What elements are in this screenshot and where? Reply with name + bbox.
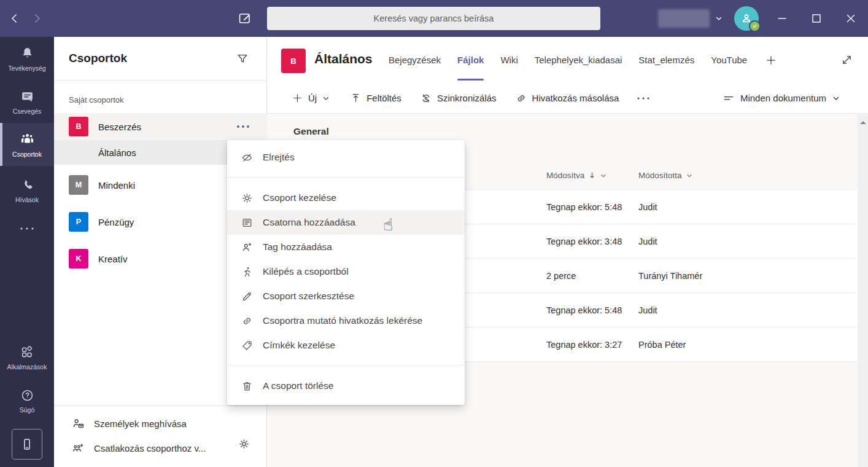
- menu-label: A csoport törlése: [263, 380, 333, 391]
- tab-youtube[interactable]: YouTube: [711, 37, 747, 83]
- rail-label: Alkalmazások: [7, 363, 47, 371]
- copy-link-button[interactable]: Hivatkozás másolása: [515, 92, 619, 104]
- menu-item-edit-team[interactable]: Csoport szerkesztése: [227, 284, 465, 308]
- minimize-button[interactable]: [765, 0, 799, 37]
- column-label: Módosítva: [546, 171, 584, 180]
- trash-icon: [241, 380, 254, 393]
- close-button[interactable]: [834, 0, 868, 37]
- chat-icon: [20, 89, 35, 104]
- menu-item-manage-tags[interactable]: Címkék kezelése: [227, 333, 465, 358]
- expand-tab-button[interactable]: [840, 53, 853, 66]
- team-initial: B: [76, 122, 81, 131]
- more-icon: [236, 125, 250, 128]
- rail-item-apps[interactable]: Alkalmazások: [0, 342, 54, 374]
- channel-team-avatar: B: [281, 49, 306, 73]
- menu-item-delete-team[interactable]: A csoport törlése: [227, 374, 465, 398]
- copy-link-label: Hivatkozás másolása: [532, 93, 619, 103]
- close-icon: [845, 13, 856, 24]
- menu-label: Csatorna hozzáadása: [263, 217, 355, 228]
- invite-person-icon: [71, 417, 85, 431]
- add-tab-button[interactable]: [765, 54, 777, 66]
- invite-people-link[interactable]: Személyek meghívása: [54, 412, 267, 435]
- rail-item-more[interactable]: [0, 219, 54, 238]
- expand-icon: [840, 53, 853, 66]
- hide-eye-slash-icon: [241, 151, 254, 164]
- rail-item-chat[interactable]: Csevegés: [0, 85, 54, 119]
- new-chat-button[interactable]: [237, 10, 253, 26]
- menu-item-add-channel[interactable]: Csatorna hozzáadása: [227, 210, 465, 235]
- help-icon: [20, 388, 35, 403]
- more-icon: [19, 226, 35, 231]
- chevron-down-icon: [686, 172, 693, 179]
- more-commands-button[interactable]: [636, 96, 651, 100]
- view-lines-icon: [723, 92, 735, 104]
- view-switcher-button[interactable]: Minden dokumentum: [719, 92, 844, 105]
- menu-item-leave-team[interactable]: Kilépés a csoportból: [227, 259, 465, 284]
- menu-item-add-member[interactable]: Tag hozzáadása: [227, 235, 465, 259]
- menu-label: Csoport kezelése: [263, 192, 336, 203]
- team-name: Mindenki: [98, 180, 135, 190]
- divider: [54, 80, 266, 80]
- chevron-down-icon: [832, 94, 840, 103]
- tenant-name-blurred[interactable]: [658, 9, 710, 28]
- sync-button[interactable]: Szinkronizálás: [420, 92, 497, 104]
- team-avatar: K: [69, 249, 88, 269]
- team-initial: K: [76, 254, 81, 263]
- minimize-icon: [777, 13, 788, 24]
- column-header-modified[interactable]: Módosítva: [546, 171, 607, 180]
- new-button[interactable]: Új: [292, 92, 330, 104]
- divider: [54, 406, 266, 406]
- divider: [227, 365, 465, 366]
- maximize-icon: [811, 13, 822, 24]
- upload-button[interactable]: Feltöltés: [350, 92, 401, 104]
- modified-by-cell: Judit: [638, 293, 657, 327]
- rail-label: Tevékenység: [8, 65, 45, 72]
- channel-header: B Általános Bejegyzések Fájlok Wiki Tele…: [267, 37, 868, 83]
- rail-item-help[interactable]: Súgó: [0, 385, 54, 417]
- add-channel-icon: [241, 216, 254, 229]
- plus-icon: [765, 54, 777, 66]
- gear-icon: [238, 438, 250, 450]
- channel-name: Általános: [98, 147, 136, 158]
- rail-item-activity[interactable]: Tevékenység: [0, 42, 54, 76]
- tab-stat-elemzes[interactable]: Stat_elemzés: [638, 37, 694, 83]
- back-button[interactable]: [4, 7, 26, 29]
- tab-bejegyzesek[interactable]: Bejegyzések: [389, 37, 441, 83]
- tenant-chevron-down-icon[interactable]: [715, 14, 723, 23]
- titlebar: Keresés vagy parancs beírása: [0, 0, 868, 37]
- rail-item-teams[interactable]: Csoportok: [0, 123, 54, 166]
- apps-icon: [20, 345, 35, 360]
- modified-cell: Tegnap ekkor: 5:48: [546, 293, 622, 327]
- teams-icon: [19, 131, 36, 147]
- tab-fajlok[interactable]: Fájlok: [457, 37, 484, 83]
- scroll-up-button[interactable]: [858, 117, 868, 127]
- maximize-button[interactable]: [799, 0, 834, 37]
- search-input[interactable]: Keresés vagy parancs beírása: [267, 7, 600, 30]
- forward-button[interactable]: [26, 7, 48, 29]
- sort-descending-icon: [588, 171, 596, 179]
- team-options-button[interactable]: [234, 122, 252, 131]
- team-initial: P: [76, 218, 81, 226]
- gear-icon: [241, 192, 254, 205]
- upload-label: Feltöltés: [366, 93, 401, 103]
- account-area: [658, 0, 759, 37]
- mobile-device-icon: [20, 437, 34, 452]
- column-label: Módosította: [638, 171, 682, 180]
- plus-icon: [292, 92, 303, 104]
- sidebar-header: Csoportok: [54, 37, 266, 80]
- filter-button[interactable]: [236, 52, 249, 66]
- user-avatar[interactable]: [734, 6, 759, 31]
- mobile-app-button[interactable]: [12, 429, 42, 460]
- manage-teams-gear-button[interactable]: [235, 435, 253, 453]
- tab-telephelyek-kiadasai[interactable]: Telephelyek_kiadasai: [535, 37, 622, 83]
- rail-item-calls[interactable]: Hívások: [0, 173, 54, 208]
- menu-item-hide[interactable]: Elrejtés: [227, 145, 465, 170]
- menu-item-manage-team[interactable]: Csoport kezelése: [227, 186, 465, 210]
- vertical-scrollbar[interactable]: [858, 114, 868, 467]
- tab-wiki[interactable]: Wiki: [500, 37, 517, 83]
- modified-cell: Tegnap ekkor: 3:27: [546, 328, 622, 361]
- upload-icon: [350, 92, 362, 104]
- column-header-modified-by[interactable]: Módosította: [638, 171, 693, 180]
- team-row-beszerzes[interactable]: B Beszerzés: [54, 113, 267, 140]
- menu-item-get-link[interactable]: Csoportra mutató hivatkozás lekérése: [227, 308, 465, 333]
